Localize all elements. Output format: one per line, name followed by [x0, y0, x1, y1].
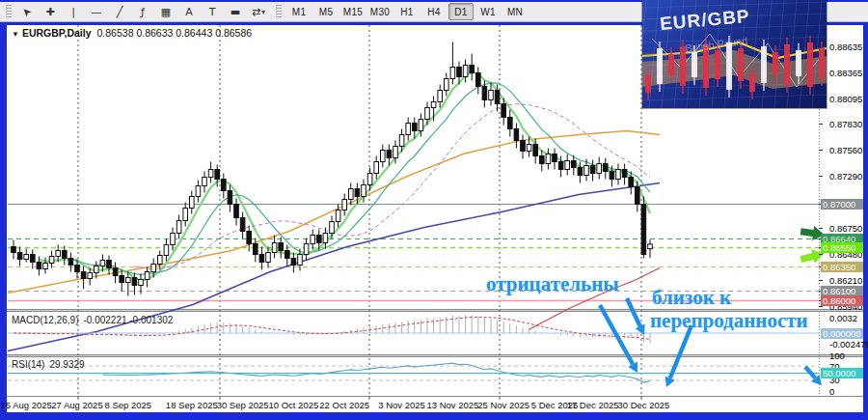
date-label: 30 Dec 2025: [610, 400, 677, 410]
timeframe-m5[interactable]: M5: [313, 3, 339, 20]
price-tick: 0.86550: [821, 242, 863, 253]
price-tick: 0.87000: [821, 199, 863, 210]
price-tick: 0.86210: [829, 275, 864, 286]
macd-tick: 0.000000: [821, 328, 863, 339]
crosshair-tool[interactable]: ✚: [40, 3, 61, 20]
price-tick: 0.88095: [829, 94, 864, 104]
trendline-icon: ╱: [117, 6, 123, 18]
price-tick: 0.88635: [829, 42, 864, 52]
label-icon: T: [209, 6, 216, 18]
price-tick: 0.87830: [829, 119, 864, 129]
vertical-line-icon: |: [71, 6, 75, 18]
fibonacci-tool[interactable]: ƒ: [132, 3, 153, 20]
label-tool[interactable]: T: [202, 3, 223, 20]
price-tick: 0.86000: [821, 295, 863, 306]
trendline-tool[interactable]: ╱: [109, 3, 130, 20]
timeframe-h4[interactable]: H4: [421, 3, 447, 20]
macd-tick: -0.002479: [829, 339, 864, 350]
annotation-close-to[interactable]: близок к: [652, 286, 731, 310]
crosshair-icon: ✚: [45, 6, 54, 18]
price-tick: 0.86750: [829, 223, 864, 234]
cursor-tool[interactable]: ➤: [16, 3, 38, 20]
annotation-oversold[interactable]: перепроданности: [650, 309, 808, 333]
macd-values: -0.002221 -0.001302: [83, 315, 173, 325]
arrows-tool[interactable]: ⇄▾: [248, 3, 269, 20]
symbol-label: EURGBP,Daily: [22, 27, 92, 39]
price-tick: 0.87290: [829, 171, 864, 182]
rsi-tick: 0: [829, 386, 864, 397]
date-label: 8 Sep 2025: [95, 400, 162, 410]
timeframe-h1[interactable]: H1: [394, 3, 420, 20]
arrows-icon: ⇄: [252, 6, 260, 18]
toolbar-grip[interactable]: [6, 5, 12, 18]
rsi-label: RSI(14)29.9329: [12, 359, 85, 370]
rsi-value: 29.9329: [49, 359, 84, 370]
vertical-line-tool[interactable]: |: [63, 3, 84, 20]
timeframe-mn[interactable]: MN: [502, 3, 528, 20]
rsi-tick: 50.0000: [821, 368, 863, 378]
price-tick: 0.86350: [821, 262, 863, 272]
timeframe-m30[interactable]: M30: [367, 3, 393, 20]
timeframe-w1[interactable]: W1: [475, 3, 501, 20]
price-tick: 0.88365: [829, 68, 864, 78]
timeframe-m1[interactable]: M1: [286, 3, 312, 20]
horizontal-line-tool[interactable]: —: [86, 3, 107, 20]
symbol-promo-image: EUR/GBP British Pound: [642, 0, 827, 108]
macd-label: MACD(12,26,9)-0.002221 -0.001302: [12, 315, 173, 325]
shapes-icon: ▬: [231, 6, 240, 18]
timeframe-toolbar-grip[interactable]: [276, 5, 282, 18]
drawing-toolbar: ➤✚|—╱ƒ▦AT▬⇄▾: [15, 3, 270, 20]
macd-name: MACD(12,26,9): [12, 315, 78, 325]
annotation-negative[interactable]: отрицательны: [486, 272, 619, 296]
rsi-name: RSI(14): [12, 359, 44, 370]
cursor-icon: ➤: [19, 4, 35, 19]
chevron-down-icon[interactable]: ▼: [12, 30, 19, 39]
shapes-tool[interactable]: ▬: [225, 3, 246, 20]
timeframe-toolbar: M1M5M15M30H1H4D1W1MN: [285, 3, 529, 20]
rsi-tick: 100: [829, 350, 864, 361]
timeframe-m15[interactable]: M15: [340, 3, 366, 20]
text-tool[interactable]: A: [178, 3, 200, 20]
channel-icon: ▦: [161, 6, 171, 18]
text-icon: A: [185, 6, 193, 18]
symbol-ohlc-line: ▼EURGBP,Daily0.86538 0.86633 0.86443 0.8…: [12, 27, 252, 39]
channel-tool[interactable]: ▦: [155, 3, 176, 20]
timeframe-d1[interactable]: D1: [448, 3, 474, 20]
fibonacci-icon: ƒ: [141, 6, 145, 18]
price-tick: 0.87560: [829, 145, 864, 155]
ohlc-values: 0.86538 0.86633 0.86443 0.86586: [97, 27, 253, 39]
macd-tick: 0.0032: [829, 313, 864, 323]
metatrader-window: ➤✚|—╱ƒ▦AT▬⇄▾ M1M5M15M30H1H4D1W1MN ▼EURGB…: [0, 0, 868, 420]
horizontal-line-icon: —: [92, 6, 102, 18]
dropdown-caret-icon[interactable]: ▾: [261, 8, 265, 16]
